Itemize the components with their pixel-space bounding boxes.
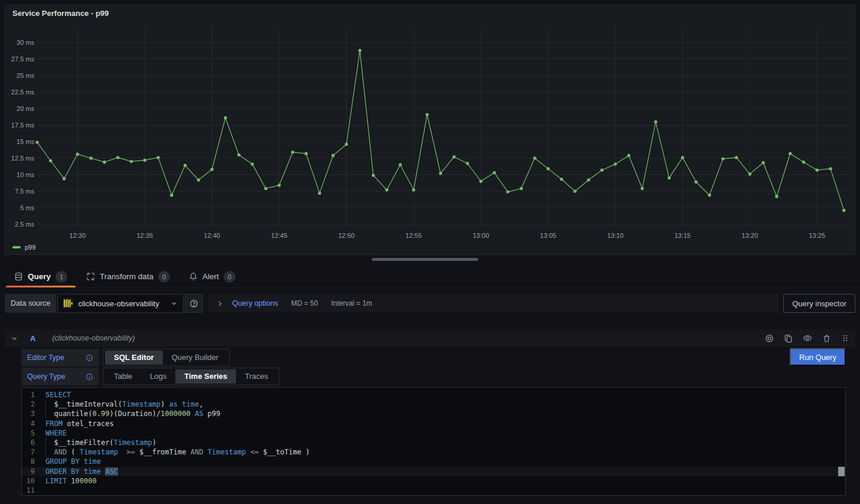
data-point[interactable]	[291, 150, 294, 153]
data-point[interactable]	[277, 184, 280, 186]
data-point[interactable]	[130, 160, 133, 163]
data-point[interactable]	[305, 152, 308, 155]
data-point[interactable]	[506, 190, 509, 193]
tab-query[interactable]: Query 1	[5, 266, 77, 287]
code-line-9[interactable]: 9ORDER BY time ASC	[22, 467, 845, 476]
data-point[interactable]	[345, 143, 348, 146]
data-point[interactable]	[143, 159, 146, 162]
code-line-4[interactable]: 4FROM otel_traces	[22, 419, 845, 428]
editor-scrollbar-thumb[interactable]	[838, 467, 845, 476]
data-point[interactable]	[251, 162, 254, 165]
data-point[interactable]	[156, 156, 159, 159]
option-table[interactable]: Table	[105, 369, 141, 384]
code-line-10[interactable]: 10LIMIT 100000	[22, 476, 845, 486]
data-point[interactable]	[372, 174, 375, 176]
panel-title[interactable]: Service Performance - p99	[12, 9, 109, 18]
timeseries-chart[interactable]: 2.5 ms5 ms7.5 ms10 ms12.5 ms15 ms17.5 ms…	[5, 5, 855, 254]
query-options-toggle[interactable]: Query options	[232, 299, 278, 307]
data-point[interactable]	[735, 156, 738, 159]
data-point[interactable]	[237, 153, 240, 156]
copy-icon[interactable]	[784, 334, 793, 343]
code-line-11[interactable]: 11	[22, 486, 845, 495]
data-point[interactable]	[103, 161, 106, 163]
data-point[interactable]	[721, 157, 724, 160]
data-point[interactable]	[210, 168, 213, 171]
chevron-right-icon[interactable]	[216, 300, 224, 307]
code-line-3[interactable]: 3 quantile(0.99)(Duration)/1000000 AS p9…	[22, 409, 845, 418]
data-point[interactable]	[224, 116, 227, 119]
data-point[interactable]	[89, 156, 92, 159]
data-point[interactable]	[426, 113, 429, 116]
data-source-picker[interactable]: clickhouse-observability	[57, 294, 184, 313]
data-point[interactable]	[184, 164, 187, 167]
data-point[interactable]	[63, 177, 66, 180]
datasource-help-button[interactable]	[185, 294, 203, 313]
option-query-builder[interactable]: Query Builder	[163, 351, 227, 365]
data-point[interactable]	[695, 181, 698, 184]
data-point[interactable]	[398, 163, 401, 166]
data-point[interactable]	[439, 172, 442, 175]
data-point[interactable]	[668, 176, 671, 179]
code-line-8[interactable]: 8GROUP BY time	[22, 457, 845, 466]
run-query-button[interactable]: Run Query	[790, 348, 846, 366]
data-point[interactable]	[35, 140, 38, 143]
data-point[interactable]	[493, 171, 496, 174]
option-logs[interactable]: Logs	[141, 369, 175, 384]
data-point[interactable]	[116, 156, 119, 159]
data-point[interactable]	[829, 167, 832, 170]
eye-icon[interactable]	[803, 333, 812, 343]
query-inspector-button[interactable]: Query inspector	[783, 294, 855, 313]
data-point[interactable]	[574, 189, 577, 192]
data-point[interactable]	[681, 156, 684, 159]
legend-item-p99[interactable]: p99	[25, 244, 35, 251]
data-point[interactable]	[197, 178, 200, 181]
option-sql-editor[interactable]: SQL Editor	[105, 351, 163, 365]
data-point[interactable]	[332, 154, 335, 157]
data-point[interactable]	[802, 161, 805, 163]
data-point[interactable]	[627, 154, 630, 157]
tab-transform-data[interactable]: Transform data 0	[77, 266, 179, 287]
data-point[interactable]	[600, 169, 603, 172]
info-circle-icon[interactable]	[86, 373, 93, 381]
data-point[interactable]	[842, 209, 845, 212]
code-line-2[interactable]: 2 $__timeInterval(Timestamp) as time,	[22, 400, 845, 409]
data-point[interactable]	[640, 187, 643, 190]
query-row-collapse-icon[interactable]	[11, 335, 18, 342]
data-point[interactable]	[453, 155, 456, 158]
horizontal-scrollbar[interactable]	[372, 258, 478, 261]
data-point[interactable]	[816, 169, 819, 172]
data-point[interactable]	[412, 188, 415, 191]
code-line-1[interactable]: 1SELECT	[22, 390, 845, 400]
data-point[interactable]	[547, 167, 550, 170]
data-point[interactable]	[49, 159, 52, 162]
option-traces[interactable]: Traces	[236, 369, 277, 384]
data-point[interactable]	[654, 120, 657, 123]
data-point[interactable]	[264, 187, 267, 190]
drag-handle-icon[interactable]	[841, 334, 849, 342]
data-point[interactable]	[479, 180, 482, 183]
data-point[interactable]	[708, 194, 711, 197]
data-point[interactable]	[789, 152, 792, 155]
code-line-6[interactable]: 6 $__timeFilter(Timestamp)	[22, 438, 845, 447]
data-point[interactable]	[358, 49, 361, 52]
data-point[interactable]	[318, 192, 321, 195]
info-circle-icon[interactable]	[86, 354, 93, 362]
data-point[interactable]	[560, 178, 563, 181]
data-point[interactable]	[761, 161, 764, 164]
code-line-5[interactable]: 5WHERE	[22, 428, 845, 438]
circle-icon[interactable]	[765, 334, 774, 343]
trash-icon[interactable]	[822, 334, 831, 343]
data-point[interactable]	[76, 153, 79, 156]
data-point[interactable]	[466, 162, 469, 165]
data-point[interactable]	[385, 188, 388, 191]
data-point[interactable]	[519, 187, 522, 190]
option-time-series[interactable]: Time Series	[175, 369, 236, 384]
data-point[interactable]	[748, 172, 751, 175]
code-line-7[interactable]: 7 AND ( Timestamp >= $__fromTime AND Tim…	[22, 447, 845, 457]
tab-alert[interactable]: Alert 0	[179, 266, 245, 287]
query-ref-id[interactable]: A	[30, 334, 35, 343]
sql-editor[interactable]: 1SELECT2 $__timeInterval(Timestamp) as t…	[21, 387, 846, 496]
data-point[interactable]	[587, 178, 590, 181]
data-point[interactable]	[775, 195, 778, 198]
data-point[interactable]	[533, 156, 536, 159]
